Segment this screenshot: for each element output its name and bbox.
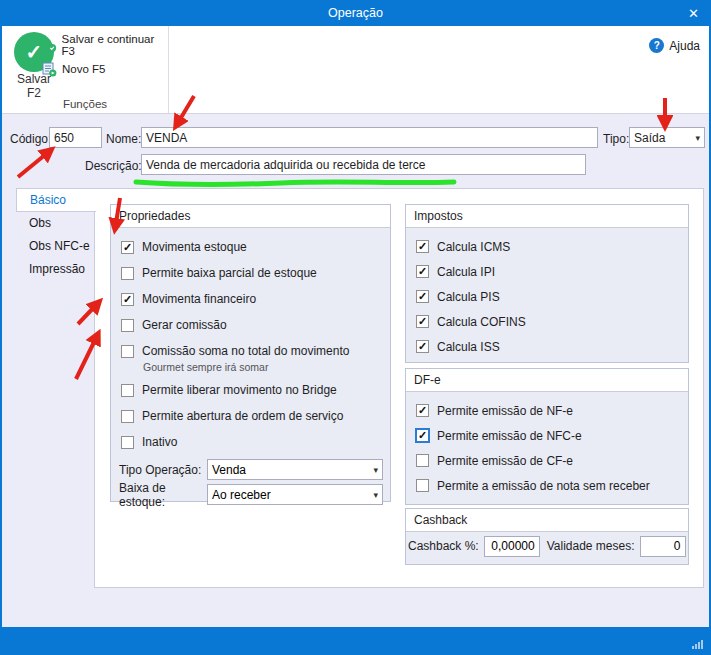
cashback-pct-label: Cashback %: [408,539,479,553]
propriedades-selects: Tipo Operação: Venda ▾ Baixa de estoque:… [111,455,390,507]
checkbox-label: Permite liberar movimento no Bridge [142,383,337,397]
checkbox[interactable] [121,293,134,306]
checkbox[interactable] [121,384,134,397]
sidebar-tab[interactable]: Obs [16,212,95,235]
checkbox-label: Comissão soma no total do movimento [142,344,349,358]
checkbox-row[interactable]: Calcula IPI [416,259,682,284]
checkbox-row[interactable]: Calcula COFINS [416,309,682,334]
dfe-body: Permite emissão de NF-e Permite emissão … [406,392,688,498]
descricao-input[interactable] [141,154,586,175]
tipo-select-value: Saída [634,131,691,145]
checkbox-label: Permite baixa parcial de estoque [142,266,317,280]
checkbox[interactable] [121,319,134,332]
checkbox-label: Permite emissão de NF-e [437,404,573,418]
checkbox-label: Movimenta estoque [142,240,247,254]
select-label: Tipo Operação: [119,463,207,477]
new-button[interactable]: Novo F5 [42,59,105,79]
cashback-row: Cashback %: Validade meses: [406,532,688,560]
checkbox-label: Gerar comissão [142,318,227,332]
close-icon[interactable]: ✕ [688,0,699,26]
sidebar-tab[interactable]: Obs NFC-e [16,235,95,258]
funcoes-caption: Funções [2,98,168,110]
status-bar [0,627,711,655]
checkbox[interactable] [416,429,429,442]
checkbox-row[interactable]: Inativo [121,429,384,455]
dropdown-select[interactable]: Venda ▾ [207,459,383,480]
cashback-pct-input[interactable] [484,536,540,557]
new-record-icon [42,62,57,77]
checkbox-row[interactable]: Movimenta estoque [121,234,384,260]
checkbox-label: Calcula ICMS [437,240,510,254]
checkbox[interactable] [121,241,134,254]
validade-meses-label: Validade meses: [547,539,635,553]
sidebar-tab[interactable]: Impressão [16,258,95,281]
checkbox-label: Calcula PIS [437,290,500,304]
save-continue-icon [42,38,57,53]
save-continue-label: Salvar e continuar F3 [62,33,168,57]
tab-label: Obs NFC-e [29,239,90,253]
checkbox-row[interactable]: Movimenta financeiro [121,286,384,312]
cashback-group: Cashback Cashback %: Validade meses: [405,508,689,565]
checkbox[interactable] [416,315,429,328]
checkbox-row[interactable]: Permite abertura de ordem de serviço [121,403,384,429]
save-continue-button[interactable]: Salvar e continuar F3 [42,35,168,55]
descricao-label: Descrição: [85,159,142,173]
checkbox-label: Calcula ISS [437,340,500,354]
nome-label: Nome: [106,132,141,146]
tab-label: Impressão [29,262,85,276]
checkbox-row[interactable]: Calcula PIS [416,284,682,309]
red-arrow-codigo [18,150,51,177]
checkbox[interactable] [121,345,134,358]
checkbox[interactable] [121,267,134,280]
help-button[interactable]: ? Ajuda [649,38,700,53]
dropdown-icon: ▾ [373,490,378,500]
checkbox-row[interactable]: Permite emissão de NFC-e [416,423,682,448]
sidebar-tab[interactable]: Básico [16,188,96,212]
propriedades-group: Propriedades Movimenta estoque Permite b… [110,204,391,502]
checkbox-row[interactable]: Permite baixa parcial de estoque [121,260,384,286]
checkbox-row[interactable]: Permite a emissão de nota sem receber [416,473,682,498]
checkbox-label: Permite a emissão de nota sem receber [437,479,650,493]
checkbox[interactable] [121,436,134,449]
checkbox[interactable] [416,240,429,253]
tab-label: Básico [30,193,66,207]
nome-input[interactable] [141,127,598,148]
window-title: Operação [328,6,383,20]
checkbox[interactable] [416,340,429,353]
checkbox-note: Gourmet sempre irá somar [143,361,384,374]
checkbox-row[interactable]: Calcula ICMS [416,234,682,259]
dropdown-icon: ▾ [373,465,378,475]
checkbox[interactable] [416,479,429,492]
checkbox[interactable] [416,290,429,303]
validade-meses-input[interactable] [640,536,686,557]
checkbox[interactable] [416,404,429,417]
checkbox-row[interactable]: Calcula ISS [416,334,682,359]
checkbox[interactable] [416,454,429,467]
checkbox[interactable] [121,410,134,423]
dfe-title: DF-e [406,369,688,392]
impostos-title: Impostos [406,205,688,228]
cashback-title: Cashback [406,509,688,532]
select-value: Ao receber [212,488,373,502]
impostos-body: Calcula ICMS Calcula IPI Calcula PIS [406,228,688,359]
dropdown-select[interactable]: Ao receber ▾ [207,484,383,505]
checkbox-label: Movimenta financeiro [142,292,256,306]
ribbon-toolbar: ✓ Salvar F2 Salvar e continuar F3 [2,26,709,114]
checkbox-row[interactable]: Gerar comissão [121,312,384,338]
checkbox-row[interactable]: Permite liberar movimento no Bridge [121,377,384,403]
title-bar: Operação ✕ [0,0,711,26]
tipo-select[interactable]: Saída ▾ [629,127,705,148]
checkbox[interactable] [416,265,429,278]
codigo-input[interactable] [49,127,102,148]
propriedades-title: Propriedades [111,205,390,228]
checkbox-row[interactable]: Permite emissão de NF-e [416,398,682,423]
select-value: Venda [212,463,373,477]
checkbox-label: Inativo [142,435,177,449]
propriedades-body: Movimenta estoque Permite baixa parcial … [111,228,390,455]
operacao-dialog: Operação ✕ ✓ Salvar F2 Salvar e continua… [0,0,711,655]
resize-grip-icon[interactable] [692,640,703,649]
help-label: Ajuda [669,39,700,53]
checkbox-label: Permite emissão de NFC-e [437,429,582,443]
checkbox-row[interactable]: Permite emissão de CF-e [416,448,682,473]
tipo-dropdown-icon: ▾ [695,133,700,143]
